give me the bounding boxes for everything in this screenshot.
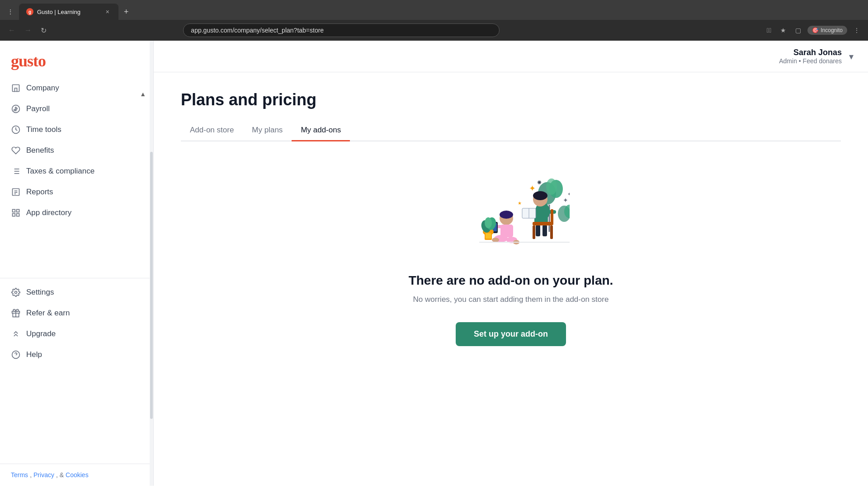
dollar-icon xyxy=(11,104,21,114)
device-icon[interactable]: ▢ xyxy=(793,25,804,36)
user-chevron-icon[interactable]: ▾ xyxy=(849,51,854,62)
terms-link[interactable]: Terms xyxy=(11,471,28,479)
gift-icon xyxy=(11,308,21,318)
sidebar-item-label: Help xyxy=(26,350,42,359)
svg-rect-44 xyxy=(550,225,553,239)
main-area: Sarah Jonas Admin • Feed donares ▾ Plans… xyxy=(154,41,868,486)
forward-button[interactable]: → xyxy=(22,24,34,36)
grid-icon xyxy=(11,208,21,218)
tab-favicon: g xyxy=(26,8,33,15)
bookmark-icon[interactable]: ★ xyxy=(778,25,789,36)
user-info: Sarah Jonas Admin • Feed donares xyxy=(779,48,842,65)
sidebar-footer: Terms , Privacy , & Cookies xyxy=(0,464,153,486)
incognito-badge[interactable]: 🎯 Incognito xyxy=(807,26,847,35)
address-url: app.gusto.com/company/select_plan?tab=st… xyxy=(191,27,492,34)
sidebar-item-time-tools[interactable]: Time tools xyxy=(0,119,153,140)
sidebar-item-upgrade[interactable]: Upgrade xyxy=(0,324,153,344)
sidebar-item-label: App directory xyxy=(26,208,71,217)
svg-rect-45 xyxy=(551,209,553,225)
svg-point-17 xyxy=(15,291,17,293)
sidebar-scrollbar-thumb xyxy=(150,152,153,419)
svg-rect-16 xyxy=(17,214,19,216)
sidebar-item-benefits[interactable]: Benefits xyxy=(0,140,153,161)
gusto-logo: gusto xyxy=(11,52,142,70)
clock-icon xyxy=(11,125,21,135)
eye-off-icon[interactable]: 👁⃒ xyxy=(764,25,774,36)
svg-rect-14 xyxy=(17,210,19,212)
sidebar-item-refer[interactable]: Refer & earn xyxy=(0,303,153,324)
tab-list-button[interactable]: ⋮ xyxy=(4,6,17,17)
footer-links: Terms , Privacy , & Cookies xyxy=(11,471,142,479)
user-name: Sarah Jonas xyxy=(779,48,842,57)
svg-text:★: ★ xyxy=(518,201,522,206)
header-bar: Sarah Jonas Admin • Feed donares ▾ xyxy=(154,41,868,72)
sidebar-item-label: Reports xyxy=(26,188,53,197)
active-tab[interactable]: g Gusto | Learning × xyxy=(19,4,118,20)
browser-chrome: ⋮ g Gusto | Learning × + ← → ↻ app.gusto… xyxy=(0,0,868,41)
svg-point-24 xyxy=(546,178,557,195)
svg-rect-42 xyxy=(533,222,553,225)
cookies-link[interactable]: Cookies xyxy=(66,471,89,479)
sidebar-item-payroll[interactable]: Payroll xyxy=(0,99,153,119)
sidebar-item-app-directory[interactable]: App directory xyxy=(0,202,153,223)
incognito-icon: 🎯 xyxy=(812,27,819,33)
new-tab-button[interactable]: + xyxy=(120,5,132,19)
tab-title: Gusto | Learning xyxy=(37,9,100,15)
svg-rect-15 xyxy=(13,214,15,216)
incognito-label: Incognito xyxy=(821,27,843,33)
svg-rect-43 xyxy=(533,225,535,239)
address-bar[interactable]: app.gusto.com/company/select_plan?tab=st… xyxy=(183,23,500,37)
menu-button[interactable]: ⋮ xyxy=(851,25,863,36)
gear-icon xyxy=(11,287,21,297)
tab-my-addons[interactable]: My add-ons xyxy=(292,120,350,141)
user-profile: Sarah Jonas Admin • Feed donares ▾ xyxy=(779,48,854,65)
svg-point-33 xyxy=(533,191,547,200)
building-icon xyxy=(11,83,21,93)
nav-bottom-list: Settings Refer & earn Upgrade Help xyxy=(0,278,153,464)
tab-bar: ⋮ g Gusto | Learning × + xyxy=(0,0,868,20)
sidebar-item-taxes[interactable]: Taxes & compliance xyxy=(0,161,153,182)
footer-separator: , & xyxy=(56,471,64,479)
refresh-button[interactable]: ↻ xyxy=(38,24,49,37)
svg-text:✦: ✦ xyxy=(529,184,536,193)
report-icon xyxy=(11,187,21,197)
setup-addon-button[interactable]: Set up your add-on xyxy=(456,322,566,346)
sidebar-item-label: Payroll xyxy=(26,104,50,113)
back-button[interactable]: ← xyxy=(5,24,18,36)
svg-point-51 xyxy=(492,238,499,242)
sidebar-scrollbar xyxy=(150,41,153,486)
scroll-up-button[interactable]: ▲ xyxy=(140,90,146,98)
illustration: ✦ ✦ ✺ xyxy=(452,169,570,259)
heart-icon xyxy=(11,145,21,155)
privacy-link[interactable]: Privacy xyxy=(33,471,54,479)
browser-actions: 👁⃒ ★ ▢ 🎯 Incognito ⋮ xyxy=(764,25,863,36)
empty-state: ✦ ✦ ✺ xyxy=(181,160,841,373)
svg-point-62 xyxy=(485,217,492,228)
app-layout: gusto ▲ Company Payroll Time tool xyxy=(0,41,868,486)
nav-list: Company Payroll Time tools Benefits xyxy=(0,74,153,260)
sidebar-item-company[interactable]: Company xyxy=(0,78,153,99)
page-title: Plans and pricing xyxy=(181,72,841,120)
tab-addon-store[interactable]: Add-on store xyxy=(181,120,243,141)
sidebar-header: gusto xyxy=(0,41,153,74)
main-content: Plans and pricing Add-on store My plans … xyxy=(154,72,868,486)
sidebar-item-reports[interactable]: Reports xyxy=(0,182,153,202)
svg-rect-35 xyxy=(536,225,540,236)
sidebar-item-label: Settings xyxy=(26,288,54,297)
sidebar: gusto ▲ Company Payroll Time tool xyxy=(0,41,154,486)
svg-rect-13 xyxy=(13,210,15,212)
svg-rect-36 xyxy=(542,225,547,236)
sidebar-item-help[interactable]: Help xyxy=(0,344,153,365)
svg-text:✦: ✦ xyxy=(567,192,570,197)
sidebar-item-label: Time tools xyxy=(26,125,61,134)
empty-state-subtitle: No worries, you can start adding them in… xyxy=(413,295,609,304)
sidebar-item-label: Upgrade xyxy=(26,329,56,338)
svg-text:✺: ✺ xyxy=(537,179,542,186)
sidebar-item-label: Company xyxy=(26,84,59,93)
svg-rect-59 xyxy=(486,233,491,239)
sidebar-item-label: Refer & earn xyxy=(26,309,70,318)
tab-close-button[interactable]: × xyxy=(104,7,111,16)
sidebar-item-settings[interactable]: Settings xyxy=(0,282,153,303)
help-icon xyxy=(11,350,21,360)
tab-my-plans[interactable]: My plans xyxy=(243,120,292,141)
